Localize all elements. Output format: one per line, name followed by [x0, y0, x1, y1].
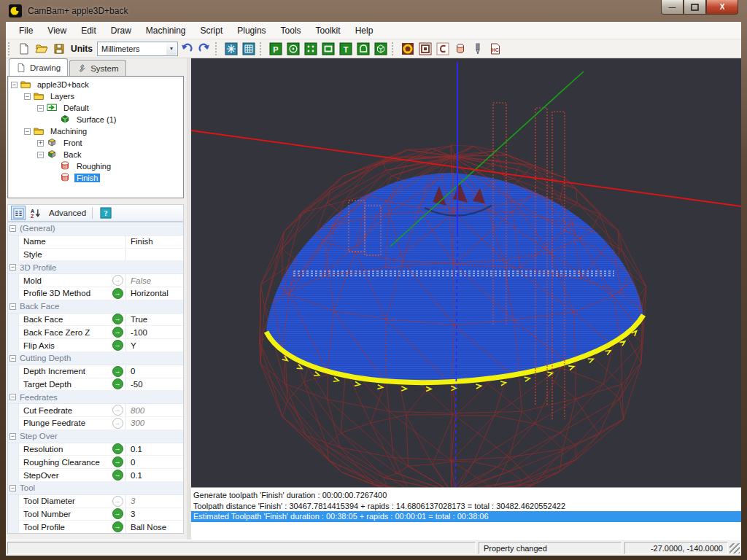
open-file-icon[interactable] [34, 41, 50, 57]
viewport-3d[interactable] [191, 58, 741, 487]
advanced-button[interactable]: Advanced [49, 209, 86, 217]
category-expander[interactable]: − [9, 433, 16, 440]
tab-system[interactable]: System [69, 60, 125, 76]
prop-arrow-green-icon[interactable]: → [109, 508, 125, 519]
prop-value[interactable]: 0.1 [125, 469, 183, 481]
tree-item-roughing[interactable]: Roughing [8, 160, 183, 172]
prop-row-target-depth[interactable]: Target Depth→-50 [8, 378, 183, 392]
prop-arrow-green-icon[interactable]: → [109, 327, 125, 338]
prop-arrow-gray-icon[interactable]: → [109, 405, 125, 416]
undo-icon[interactable] [179, 41, 195, 57]
prop-row-depth-increment[interactable]: Depth Increment→0 [8, 365, 183, 378]
prop-value[interactable]: Horizontal [125, 287, 183, 300]
grid-icon[interactable] [241, 41, 257, 57]
heightmap-icon[interactable]: HC [487, 41, 503, 57]
prop-arrow-green-icon[interactable]: → [109, 366, 125, 377]
log-line[interactable]: Toolpath distance 'Finish' : 30467.78144… [191, 501, 741, 512]
prop-arrow-green-icon[interactable]: → [109, 443, 125, 454]
categorized-view-button[interactable] [11, 206, 26, 220]
prop-value[interactable]: 800 [125, 404, 183, 416]
prop-row-style[interactable]: Style [8, 249, 183, 262]
prop-value[interactable]: 0 [125, 365, 183, 378]
menu-machining[interactable]: Machining [139, 23, 193, 39]
category-expander[interactable]: − [9, 485, 16, 491]
prop-row-plunge-feedrate[interactable]: Plunge Feedrate→300 [8, 417, 183, 430]
tree-item-back[interactable]: −Back [8, 149, 183, 160]
prop-row-profile-3d-method[interactable]: Profile 3D Method→Horizontal [8, 287, 183, 300]
prop-category-3d-profile[interactable]: −3D Profile [8, 261, 183, 274]
menu-tools[interactable]: Tools [274, 23, 309, 39]
prop-row-tool-profile[interactable]: Tool Profile→Ball Nose [8, 521, 183, 534]
prop-arrow-gray-icon[interactable]: → [109, 275, 125, 286]
prop-category-feedrates[interactable]: −Feedrates [8, 391, 183, 404]
pocket-icon[interactable] [417, 41, 433, 57]
prop-category-step-over[interactable]: −Step Over [8, 430, 183, 443]
prop-row-back-face[interactable]: Back Face→True [8, 314, 183, 327]
toolbar-grip[interactable] [392, 42, 397, 55]
redo-icon[interactable] [196, 41, 212, 57]
category-expander[interactable]: − [9, 355, 16, 362]
prop-arrow-gray-icon[interactable]: → [109, 496, 125, 507]
point-list-icon[interactable] [303, 41, 319, 57]
prop-value[interactable]: 3 [125, 508, 183, 521]
axes-icon[interactable] [223, 41, 239, 57]
tree-item-apple3d-back[interactable]: −apple3D+back [8, 79, 183, 90]
log-line[interactable]: Generate toolpath 'Finish' duration : 00… [191, 490, 741, 501]
prop-row-stepover[interactable]: StepOver→0.1 [8, 469, 183, 482]
maximize-button[interactable] [684, 0, 706, 15]
menu-view[interactable]: View [40, 23, 74, 39]
prop-row-back-face-zero-z[interactable]: Back Face Zero Z→-100 [8, 326, 183, 339]
engrave-icon[interactable] [435, 41, 451, 57]
polyline-icon[interactable]: P [268, 41, 284, 57]
units-combobox[interactable]: Millimeters▾ [97, 42, 178, 56]
prop-value[interactable]: Ball Nose [125, 521, 183, 533]
prop-value[interactable]: 0.1 [125, 443, 183, 456]
prop-category--general-[interactable]: −(General) [8, 222, 183, 236]
prop-value[interactable]: Y [125, 339, 183, 351]
prop-arrow-green-icon[interactable]: → [109, 314, 125, 324]
prop-value[interactable]: -50 [125, 378, 183, 391]
menu-toolkit[interactable]: Toolkit [309, 23, 348, 39]
prop-arrow-green-icon[interactable]: → [109, 288, 125, 299]
drill-icon[interactable] [470, 41, 486, 57]
prop-value[interactable]: 0 [125, 456, 183, 468]
prop-row-flip-axis[interactable]: Flip Axis→Y [8, 339, 183, 352]
tree-item-default[interactable]: −Default [8, 102, 183, 114]
menu-script[interactable]: Script [193, 23, 231, 39]
category-expander[interactable]: − [9, 394, 16, 400]
menu-help[interactable]: Help [348, 23, 381, 39]
prop-row-tool-diameter[interactable]: Tool Diameter→3 [8, 495, 183, 508]
new-file-icon[interactable] [16, 41, 32, 57]
tree-item-finish[interactable]: Finish [8, 172, 183, 184]
tree-expander[interactable]: − [11, 82, 18, 88]
tree-item-layers[interactable]: −Layers [8, 90, 183, 102]
tree-expander[interactable]: + [37, 140, 44, 147]
text-icon[interactable]: T [338, 41, 354, 57]
toolbar-grip[interactable] [8, 42, 13, 55]
circle-icon[interactable] [285, 41, 301, 57]
prop-row-roughing-clearance[interactable]: Roughing Clearance→0 [8, 456, 183, 469]
tree-item-surface-1-[interactable]: Surface (1) [8, 114, 183, 125]
tree-expander[interactable]: − [24, 128, 31, 135]
menu-plugins[interactable]: Plugins [230, 23, 273, 39]
rectangle-icon[interactable] [320, 41, 336, 57]
menu-draw[interactable]: Draw [104, 23, 139, 39]
menu-file[interactable]: File [12, 23, 40, 39]
category-expander[interactable]: − [9, 303, 16, 310]
prop-value[interactable]: 300 [125, 417, 183, 429]
prop-row-resolution[interactable]: Resolution→0.1 [8, 443, 183, 456]
prop-row-mold[interactable]: Mold→False [8, 274, 183, 287]
prop-row-cut-feedrate[interactable]: Cut Feedrate→800 [8, 404, 183, 417]
prop-value[interactable]: Finish [125, 236, 183, 248]
prop-category-cutting-depth[interactable]: −Cutting Depth [8, 352, 183, 365]
tree-item-front[interactable]: +Front [8, 137, 183, 149]
prop-value[interactable]: 3 [125, 495, 183, 508]
region-icon[interactable] [355, 41, 371, 57]
prop-arrow-green-icon[interactable]: → [109, 470, 125, 481]
prop-value[interactable] [125, 249, 183, 261]
menu-edit[interactable]: Edit [74, 23, 104, 39]
save-file-icon[interactable] [51, 41, 67, 57]
prop-row-tool-number[interactable]: Tool Number→3 [8, 508, 183, 521]
tree-expander[interactable]: − [24, 93, 31, 100]
toolbar-grip[interactable] [215, 42, 220, 55]
